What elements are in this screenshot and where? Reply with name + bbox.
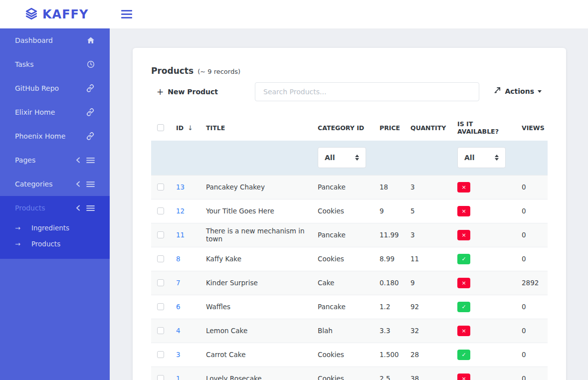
cell-quantity: 28 — [404, 343, 451, 367]
column-header-quantity[interactable]: QUANTITY — [404, 116, 451, 141]
cell-quantity: 5 — [404, 199, 451, 223]
row-checkbox[interactable] — [157, 231, 164, 238]
row-checkbox[interactable] — [157, 279, 164, 286]
filter-row: All All — [151, 141, 548, 175]
table-row: 4Lemon CakeBlah3.332×0 — [151, 319, 548, 343]
bars-icon[interactable] — [86, 157, 95, 164]
sidebar-subitem-products[interactable]: →Products — [0, 236, 110, 252]
cell-price: 0.180 — [374, 271, 404, 295]
sidebar-item-tasks[interactable]: Tasks — [0, 52, 110, 76]
sidebar-item-phoenix-home[interactable]: Phoenix Home — [0, 124, 110, 148]
table-row: 3Carrot CakeCookies1.50028✓0 — [151, 343, 548, 367]
cell-price: 11.99 — [374, 223, 404, 247]
sidebar-item-pages[interactable]: Pages — [0, 148, 110, 172]
arrow-up-right-icon — [494, 86, 501, 96]
records-count: (~ 9 records) — [197, 68, 240, 75]
table-row: 1Lovely RosecakeCookies2.538×0 — [151, 367, 548, 380]
cell-price: 18 — [374, 175, 404, 199]
chevron-left-icon[interactable] — [76, 181, 80, 187]
available-no-badge: × — [457, 182, 470, 192]
row-id-link[interactable]: 12 — [176, 207, 185, 215]
row-id-link[interactable]: 3 — [176, 351, 181, 359]
row-id-link[interactable]: 13 — [176, 183, 185, 191]
sidebar-item-elixir-home[interactable]: Elixir Home — [0, 100, 110, 124]
sidebar-item-categories[interactable]: Categories — [0, 172, 110, 196]
column-header-available[interactable]: IS IT AVAILABLE? — [451, 116, 516, 141]
cell-title: Kinder Surprise — [200, 271, 312, 295]
column-header-title[interactable]: TITLE — [200, 116, 312, 141]
actions-dropdown[interactable]: Actions — [494, 86, 542, 96]
sidebar-subitem-label: Ingredients — [31, 224, 69, 232]
cell-views: 0 — [516, 319, 548, 343]
column-header-price[interactable]: PRICE — [374, 116, 404, 141]
row-checkbox[interactable] — [157, 184, 164, 190]
table-row: 12Your Title Goes HereCookies95×0 — [151, 199, 548, 223]
caret-down-icon — [538, 90, 542, 93]
sidebar-item-github-repo[interactable]: GitHub Repo — [0, 76, 110, 100]
select-arrows-icon — [495, 155, 499, 161]
category-filter-value: All — [325, 154, 335, 162]
new-product-button[interactable]: + New Product — [157, 87, 218, 97]
cell-category: Pancake — [312, 223, 374, 247]
row-checkbox[interactable] — [157, 327, 164, 334]
bars-icon[interactable] — [86, 205, 95, 211]
category-filter-select[interactable]: All — [318, 147, 366, 168]
row-checkbox[interactable] — [157, 255, 164, 262]
row-id-link[interactable]: 6 — [176, 303, 181, 311]
arrow-right-icon: → — [15, 240, 20, 248]
column-header-views[interactable]: VIEWS — [516, 116, 548, 141]
chevron-left-icon[interactable] — [76, 205, 80, 211]
available-filter-select[interactable]: All — [457, 147, 506, 168]
cell-price: 2.5 — [374, 367, 404, 380]
cell-views: 0 — [516, 199, 548, 223]
search-input[interactable] — [255, 82, 479, 101]
logo-text: KAFFY — [42, 7, 88, 21]
row-checkbox[interactable] — [157, 303, 164, 310]
sidebar-item-label: GitHub Repo — [15, 84, 59, 92]
row-id-link[interactable]: 7 — [176, 279, 181, 287]
sidebar-item-dashboard[interactable]: Dashboard — [0, 28, 110, 52]
row-id-link[interactable]: 1 — [176, 375, 181, 380]
new-product-label: New Product — [168, 88, 218, 96]
table-header-row: ID↓ TITLE CATEGORY ID PRICE QUANTITY IS … — [151, 116, 548, 141]
arrow-down-icon[interactable]: ↓ — [188, 124, 193, 132]
sidebar-item-label: Elixir Home — [15, 108, 55, 116]
select-all-checkbox[interactable] — [157, 124, 164, 131]
cell-title: Lemon Cake — [200, 319, 312, 343]
cell-category: Cake — [312, 271, 374, 295]
available-no-badge: × — [457, 278, 470, 288]
card-title-row: Products (~ 9 records) — [151, 66, 548, 76]
sidebar-item-label: Products — [15, 204, 45, 212]
actions-label: Actions — [505, 87, 534, 95]
sidebar-item-label: Tasks — [15, 60, 34, 68]
table-row: 8Kaffy KakeCookies8.9911✓0 — [151, 247, 548, 271]
row-id-link[interactable]: 11 — [176, 231, 185, 239]
sidebar-subitem-label: Products — [31, 240, 60, 248]
row-checkbox[interactable] — [157, 207, 164, 214]
chevron-left-icon[interactable] — [76, 157, 80, 163]
available-no-badge: × — [457, 374, 470, 380]
products-table: ID↓ TITLE CATEGORY ID PRICE QUANTITY IS … — [151, 116, 548, 380]
row-checkbox[interactable] — [157, 351, 164, 358]
sidebar-subitem-ingredients[interactable]: →Ingredients — [0, 220, 110, 236]
row-id-link[interactable]: 4 — [176, 327, 181, 335]
cell-title: Carrot Cake — [200, 343, 312, 367]
cell-quantity: 11 — [404, 247, 451, 271]
cell-title: Lovely Rosecake — [200, 367, 312, 380]
cell-title: Waffles — [200, 295, 312, 319]
app-logo[interactable]: KAFFY — [25, 7, 88, 22]
column-header-id[interactable]: ID↓ — [170, 116, 200, 141]
sidebar-item-label: Pages — [15, 156, 35, 164]
home-icon — [87, 36, 95, 44]
sidebar-item-products[interactable]: Products — [0, 196, 110, 220]
column-header-category-id[interactable]: CATEGORY ID — [312, 116, 374, 141]
cell-quantity: 3 — [404, 175, 451, 199]
row-id-link[interactable]: 8 — [176, 255, 181, 263]
link-icon — [86, 84, 95, 93]
cell-title: Your Title Goes Here — [200, 199, 312, 223]
available-yes-badge: ✓ — [457, 302, 470, 312]
row-checkbox[interactable] — [157, 375, 164, 380]
cell-price: 8.99 — [374, 247, 404, 271]
hamburger-icon[interactable] — [121, 9, 132, 19]
bars-icon[interactable] — [86, 181, 95, 188]
